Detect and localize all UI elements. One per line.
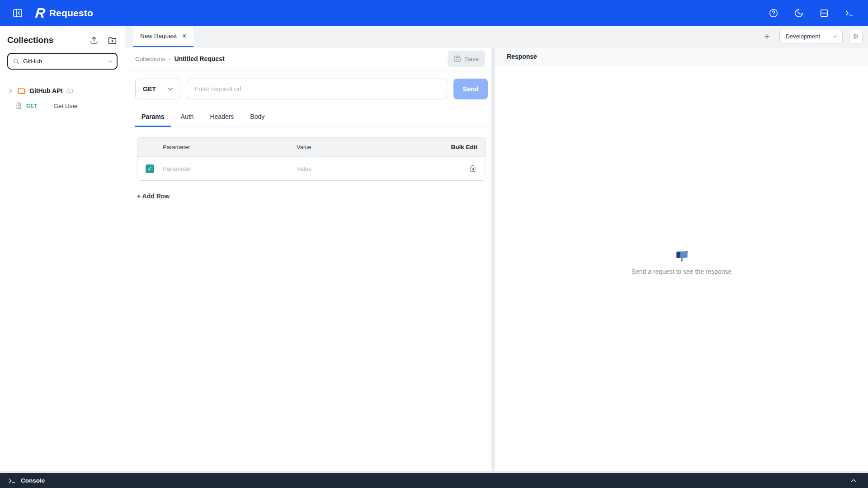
clear-search-icon[interactable]: × [108, 58, 112, 65]
folder-count: (1) [66, 88, 73, 94]
collections-title: Collections [7, 35, 53, 45]
response-title: Response [507, 53, 537, 60]
tab-headers[interactable]: Headers [203, 108, 240, 127]
search-input[interactable] [23, 58, 104, 65]
mailbox-icon [674, 248, 689, 263]
response-header: Response [495, 47, 868, 66]
environment-settings-button[interactable]: ⚙ [849, 30, 863, 43]
chevron-down-icon [167, 86, 174, 92]
delete-row-icon[interactable] [442, 165, 486, 173]
response-empty-state: Send a request to see the response [495, 66, 868, 471]
help-icon[interactable] [766, 5, 781, 21]
app-logo: R Requesto [35, 5, 93, 21]
params-table: Parameter Value Bulk Edit ✓ [137, 137, 486, 181]
terminal-icon[interactable] [842, 5, 857, 21]
sidebar-collapse-icon[interactable] [11, 6, 24, 20]
response-panel: Response [495, 47, 868, 471]
search-icon [13, 58, 19, 65]
request-tab-bar: New Request × + Development [125, 26, 868, 47]
request-method-badge: GET [26, 103, 38, 108]
breadcrumb: Collections › Untitled Request [135, 55, 225, 62]
collection-search-box: × [7, 53, 118, 70]
dark-mode-icon[interactable] [791, 5, 807, 21]
breadcrumb-collections[interactable]: Collections [135, 56, 165, 62]
top-bar: R Requesto [0, 0, 868, 26]
column-value: Value [297, 144, 442, 150]
breadcrumb-current: Untitled Request [174, 55, 224, 62]
tab-auth[interactable]: Auth [175, 108, 200, 127]
chevron-up-icon[interactable] [850, 477, 860, 484]
chevron-right-icon [7, 88, 14, 94]
chevron-down-icon [832, 33, 838, 39]
console-bar[interactable]: Console [0, 473, 868, 488]
param-enabled-checkbox[interactable]: ✓ [146, 164, 154, 173]
tree-folder-github-api[interactable]: GitHub API (1) [7, 83, 118, 99]
method-value: GET [143, 85, 156, 93]
close-tab-icon[interactable]: × [182, 33, 186, 40]
workspace: New Request × + Development [125, 26, 868, 471]
column-parameter: Parameter [163, 144, 297, 150]
app-title: Requesto [49, 8, 93, 19]
console-label: Console [21, 477, 45, 484]
tab-body[interactable]: Body [244, 108, 271, 127]
url-row: GET Send [125, 70, 491, 108]
tab-params[interactable]: Params [135, 108, 171, 127]
collections-sidebar: Collections [0, 26, 125, 471]
gear-icon: ⚙ [853, 33, 859, 41]
environment-select[interactable]: Development [779, 30, 843, 43]
collections-tree: GitHub API (1) GET Get User [7, 77, 118, 113]
tab-label: New Request [140, 33, 177, 39]
bulk-edit-button[interactable]: Bulk Edit [442, 144, 486, 150]
folder-icon [17, 86, 26, 95]
split-layout-icon[interactable] [816, 5, 832, 21]
url-input[interactable] [187, 79, 447, 99]
environment-value: Development [785, 33, 820, 40]
method-select[interactable]: GET [135, 79, 180, 99]
tab-new-request[interactable]: New Request × [133, 26, 193, 47]
tabbar-controls: + Development ⚙ [753, 26, 868, 47]
param-key-input[interactable] [163, 165, 283, 172]
folder-name: GitHub API [29, 87, 62, 94]
send-button[interactable]: Send [453, 79, 488, 99]
breadcrumb-separator: › [169, 56, 170, 62]
params-table-header: Parameter Value Bulk Edit [137, 138, 486, 157]
param-row: ✓ [137, 157, 486, 180]
import-icon[interactable] [89, 35, 99, 46]
topbar-actions [766, 5, 857, 21]
save-icon [454, 55, 461, 62]
file-icon [15, 102, 23, 109]
save-button[interactable]: Save [448, 51, 485, 67]
save-label: Save [465, 56, 479, 62]
new-tab-button[interactable]: + [760, 30, 773, 43]
add-row-button[interactable]: + Add Row [137, 192, 170, 200]
request-name: Get User [54, 103, 78, 109]
param-value-input[interactable] [297, 165, 428, 172]
logo-r-icon: R [34, 5, 45, 21]
request-panel: Collections › Untitled Request [125, 47, 491, 471]
console-terminal-icon [8, 477, 15, 484]
tree-request-get-user[interactable]: GET Get User [7, 99, 118, 113]
request-section-tabs: Params Auth Headers Body [125, 108, 491, 127]
new-collection-icon[interactable] [107, 35, 118, 46]
response-empty-text: Send a request to see the response [632, 268, 732, 275]
app-window: R Requesto [0, 0, 868, 488]
breadcrumb-row: Collections › Untitled Request [125, 47, 491, 70]
